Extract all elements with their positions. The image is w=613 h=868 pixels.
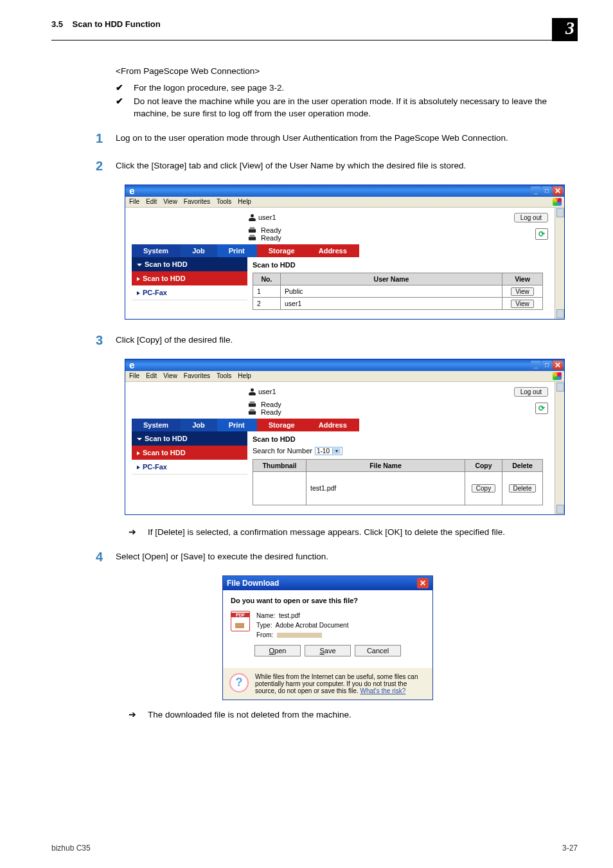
copy-button[interactable]: Copy [472, 484, 495, 493]
svg-rect-7 [250, 409, 255, 411]
tab-job[interactable]: Job [181, 419, 217, 431]
sidebar-section-scan[interactable]: Scan to HDD [132, 431, 247, 446]
cell-filename: test1.pdf [306, 471, 465, 505]
step-text: Click [Copy] of the desired file. [116, 331, 571, 347]
menu-favorites[interactable]: Favorites [184, 372, 210, 379]
delete-button[interactable]: Delete [509, 484, 537, 493]
sidebar-item-scan-selected[interactable]: Scan to HDD [132, 271, 247, 285]
svg-rect-1 [250, 227, 255, 230]
menu-view[interactable]: View [163, 372, 177, 379]
col-no: No. [253, 273, 281, 285]
file-type: Adobe Acrobat Document [275, 622, 348, 629]
scrollbar[interactable] [555, 382, 564, 514]
step-number: 4 [90, 548, 103, 566]
cancel-button[interactable]: Cancel [355, 645, 401, 656]
printer-icon [247, 408, 257, 416]
close-icon[interactable]: ✕ [553, 361, 563, 370]
risk-link[interactable]: What's the risk? [360, 687, 405, 694]
col-username: User Name [281, 273, 502, 285]
col-delete: Delete [502, 459, 543, 471]
chevron-down-icon: ▾ [332, 448, 341, 454]
user-icon [247, 387, 256, 396]
check-icon: ✔ [116, 96, 123, 120]
maximize-icon[interactable]: □ [542, 186, 552, 195]
tab-system[interactable]: System [132, 244, 181, 257]
tab-print[interactable]: Print [217, 244, 257, 257]
sidebar-item-pcfax[interactable]: PC-Fax [132, 285, 247, 300]
sidebar-item-scan-selected[interactable]: Scan to HDD [132, 446, 247, 460]
bullet-text: For the logon procedure, see page 3-2. [134, 82, 571, 95]
menu-file[interactable]: File [129, 372, 139, 379]
pdf-icon [231, 611, 250, 631]
footer-page: 3-27 [562, 844, 578, 853]
dialog-warning: While files from the Internet can be use… [255, 673, 426, 694]
step-text: Click the [Storage] tab and click [View]… [116, 157, 571, 172]
file-table: Thumbnail File Name Copy Delete test1.pd… [253, 459, 543, 505]
refresh-icon[interactable]: ⟳ [535, 402, 548, 414]
close-icon[interactable]: ✕ [553, 186, 563, 195]
panel-title: Scan to HDD [253, 261, 543, 269]
window-titlebar: e _ □ ✕ [125, 359, 564, 371]
cell-user: user1 [281, 297, 502, 309]
col-thumbnail: Thumbnail [253, 459, 306, 471]
user-icon [247, 213, 256, 222]
menu-favorites[interactable]: Favorites [184, 198, 210, 205]
menu-help[interactable]: Help [238, 372, 251, 379]
refresh-icon[interactable]: ⟳ [535, 228, 548, 240]
arrow-note: The downloaded file is not deleted from … [148, 709, 351, 721]
svg-rect-5 [250, 401, 255, 404]
menu-edit[interactable]: Edit [146, 198, 157, 205]
logout-button[interactable]: Log out [514, 387, 548, 397]
minimize-icon[interactable]: _ [531, 186, 541, 195]
menu-edit[interactable]: Edit [146, 372, 157, 379]
logout-button[interactable]: Log out [514, 213, 548, 222]
ie-icon: e [129, 186, 135, 195]
col-view: View [502, 273, 543, 285]
type-label: Type: [256, 622, 272, 629]
name-label: Name: [256, 612, 275, 619]
ready-label: Ready [261, 226, 281, 234]
file-download-dialog: File Download ✕ Do you want to open or s… [222, 575, 433, 700]
menu-bar: File Edit View Favorites Tools Help [125, 371, 564, 382]
tab-address[interactable]: Address [307, 244, 359, 257]
panel-title: Scan to HDD [253, 435, 543, 443]
tab-job[interactable]: Job [181, 244, 217, 257]
printer-icon [247, 401, 257, 408]
step-number: 3 [90, 331, 103, 350]
menu-file[interactable]: File [129, 198, 139, 205]
tab-storage[interactable]: Storage [257, 244, 307, 257]
printer-icon [247, 226, 257, 234]
col-filename: File Name [306, 459, 465, 471]
username-label: user1 [258, 213, 276, 221]
save-button[interactable]: Save [305, 645, 351, 656]
user-table: No. User Name View 1 Public View [253, 273, 543, 310]
dialog-question: Do you want to open or save this file? [231, 597, 425, 604]
search-label: Search for Number [253, 447, 312, 455]
tab-address[interactable]: Address [307, 419, 359, 431]
tab-system[interactable]: System [132, 419, 181, 431]
scrollbar[interactable] [555, 208, 564, 319]
sidebar-section-scan[interactable]: Scan to HDD [132, 257, 247, 271]
menu-tools[interactable]: Tools [217, 198, 231, 205]
maximize-icon[interactable]: □ [542, 361, 552, 370]
open-button[interactable]: Open [254, 645, 301, 656]
view-button[interactable]: View [511, 300, 534, 308]
tab-print[interactable]: Print [217, 419, 257, 431]
menu-view[interactable]: View [163, 198, 177, 205]
tabs: System Job Print Storage Address [132, 244, 548, 257]
minimize-icon[interactable]: _ [531, 361, 541, 370]
close-icon[interactable]: ✕ [417, 578, 429, 588]
sidebar-item-pcfax[interactable]: PC-Fax [132, 460, 247, 475]
file-name: test.pdf [279, 612, 300, 619]
menu-help[interactable]: Help [238, 198, 251, 205]
view-button[interactable]: View [511, 287, 534, 296]
tab-storage[interactable]: Storage [257, 419, 307, 431]
menu-tools[interactable]: Tools [217, 372, 231, 379]
ready-label: Ready [261, 401, 281, 408]
from-label: From: [256, 631, 273, 638]
section-header: 3.5 Scan to HDD Function [51, 19, 552, 29]
username-label: user1 [258, 388, 276, 395]
arrow-icon: ➔ [129, 709, 138, 721]
search-range-select[interactable]: 1-10▾ [315, 447, 342, 455]
cell-thumbnail [253, 471, 306, 505]
